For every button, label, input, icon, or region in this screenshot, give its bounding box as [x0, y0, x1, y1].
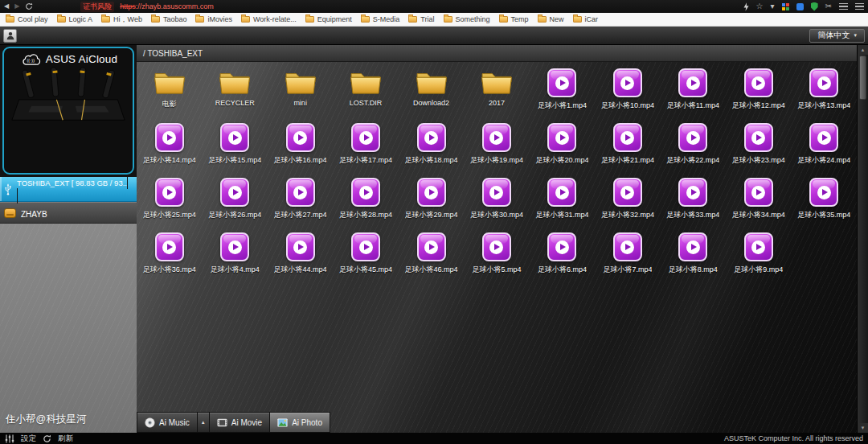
video-item[interactable]: 足球小将32.mp4: [595, 174, 660, 228]
video-item[interactable]: 足球小将6.mp4: [530, 228, 595, 283]
folder-icon: [284, 68, 317, 96]
video-item[interactable]: 足球小将34.mp4: [726, 174, 791, 228]
video-play-icon: [744, 232, 773, 261]
video-item[interactable]: 足球小将36.mp4: [137, 228, 202, 283]
video-item[interactable]: 足球小将28.mp4: [333, 174, 398, 228]
star-icon[interactable]: ☆: [756, 2, 764, 10]
folder-item[interactable]: 电影: [137, 64, 202, 119]
bookmark-item[interactable]: Hi，Web: [101, 14, 142, 25]
bookmark-item[interactable]: New: [538, 15, 564, 23]
video-item[interactable]: 足球小将1.mp4: [530, 64, 595, 119]
video-item[interactable]: 足球小将27.mp4: [268, 174, 333, 228]
main-menu-icon[interactable]: [855, 3, 864, 10]
video-item[interactable]: 足球小将16.mp4: [268, 119, 333, 174]
view-options-icon[interactable]: [5, 434, 14, 443]
file-name: 足球小将30.mp4: [470, 210, 523, 220]
file-name: mini: [293, 99, 307, 107]
video-item[interactable]: 足球小将35.mp4: [792, 174, 857, 228]
bookmark-label: Something: [456, 15, 490, 23]
video-item[interactable]: 足球小将5.mp4: [464, 228, 529, 283]
scrollbar[interactable]: ▲ ▼: [857, 45, 868, 433]
video-item[interactable]: 足球小将44.mp4: [268, 228, 333, 283]
shield-icon[interactable]: [811, 2, 818, 11]
video-item[interactable]: 足球小将4.mp4: [202, 228, 267, 283]
video-item[interactable]: 足球小将29.mp4: [399, 174, 464, 228]
caret-down-icon[interactable]: ▾: [771, 2, 775, 10]
refresh-button[interactable]: 刷新: [58, 434, 73, 444]
address-bar[interactable]: 证书风险 https://zhayb.asuscomm.com: [80, 2, 214, 12]
file-name: 电影: [162, 99, 177, 109]
device-item-toshiba-ext[interactable]: TOSHIBA_EXT [ 98.83 GB / 93..: [0, 177, 137, 202]
bookmark-item[interactable]: Logic A: [57, 15, 93, 23]
bookmark-item[interactable]: Temp: [499, 15, 529, 23]
folder-item[interactable]: 2017: [464, 64, 529, 119]
video-item[interactable]: 足球小将13.mp4: [792, 64, 857, 119]
scrollbar-thumb[interactable]: [859, 56, 866, 100]
tab-ai-movie[interactable]: Ai Movie: [209, 412, 269, 433]
collapse-tabs-button[interactable]: ▲: [197, 412, 209, 433]
bookmark-item[interactable]: iCar: [573, 15, 599, 23]
bookmark-item[interactable]: Work-relate...: [241, 15, 297, 23]
user-account-button[interactable]: [3, 29, 17, 43]
menu-icon[interactable]: [839, 3, 848, 10]
video-play-icon: [613, 68, 642, 97]
folder-item[interactable]: RECYCLER: [202, 64, 267, 119]
video-item[interactable]: 足球小将45.mp4: [333, 228, 398, 283]
file-name: 足球小将32.mp4: [601, 210, 654, 220]
file-name: 足球小将20.mp4: [535, 155, 588, 166]
video-item[interactable]: 足球小将7.mp4: [595, 228, 660, 283]
video-item[interactable]: 足球小将20.mp4: [530, 119, 595, 174]
breadcrumb[interactable]: / TOSHIBA_EXT: [137, 45, 857, 62]
tab-ai-music[interactable]: Ai Music: [137, 412, 197, 433]
bookmark-item[interactable]: Cool play: [6, 15, 48, 23]
certificate-warning-badge[interactable]: 证书风险: [80, 2, 114, 12]
video-item[interactable]: 足球小将25.mp4: [137, 174, 202, 228]
video-item[interactable]: 足球小将33.mp4: [661, 174, 726, 228]
folder-item[interactable]: LOST.DIR: [333, 64, 398, 119]
video-item[interactable]: 足球小将46.mp4: [399, 228, 464, 283]
bookmark-item[interactable]: Trial: [408, 15, 434, 23]
video-item[interactable]: 足球小将8.mp4: [661, 228, 726, 283]
bookmark-item[interactable]: Something: [444, 15, 490, 23]
scroll-down-button[interactable]: ▼: [858, 423, 868, 433]
bookmark-item[interactable]: Taobao: [151, 15, 187, 23]
back-icon[interactable]: ◀: [4, 3, 9, 10]
language-selector[interactable]: 簡体中文 ▾: [809, 29, 865, 43]
video-play-icon: [220, 232, 249, 261]
video-item[interactable]: 足球小将31.mp4: [530, 174, 595, 228]
scroll-up-button[interactable]: ▲: [858, 45, 868, 55]
video-item[interactable]: 足球小将11.mp4: [661, 64, 726, 119]
video-item[interactable]: 足球小将17.mp4: [333, 119, 398, 174]
settings-button[interactable]: 設定: [21, 434, 36, 444]
photo-icon: [277, 417, 288, 428]
video-item[interactable]: 足球小将24.mp4: [792, 119, 857, 174]
video-item[interactable]: 足球小将26.mp4: [202, 174, 267, 228]
bookmark-item[interactable]: iMovies: [195, 15, 232, 23]
video-item[interactable]: 足球小将23.mp4: [726, 119, 791, 174]
tab-ai-photo[interactable]: Ai Photo: [269, 412, 330, 433]
video-item[interactable]: 足球小将12.mp4: [726, 64, 791, 119]
video-item[interactable]: 足球小将15.mp4: [202, 119, 267, 174]
refresh-icon[interactable]: [43, 434, 51, 443]
video-item[interactable]: 足球小将22.mp4: [661, 119, 726, 174]
folder-item[interactable]: Download2: [399, 64, 464, 119]
bookmark-item[interactable]: S-Media: [361, 15, 400, 23]
scissors-icon[interactable]: ✂: [825, 2, 832, 10]
video-item[interactable]: 足球小将21.mp4: [595, 119, 660, 174]
video-item[interactable]: 足球小将9.mp4: [726, 228, 791, 283]
video-item[interactable]: 足球小将30.mp4: [464, 174, 529, 228]
device-item-zhayb[interactable]: ZHAYB: [0, 202, 137, 224]
browser-actions: ☆ ▾ ✂: [743, 2, 864, 11]
video-item[interactable]: 足球小将19.mp4: [464, 119, 529, 174]
screen: ◀ ▶ 证书风险 https://zhayb.asuscomm.com ☆ ▾ …: [0, 0, 868, 444]
folder-item[interactable]: mini: [268, 64, 333, 119]
bookmark-item[interactable]: Equipment: [305, 15, 352, 23]
video-item[interactable]: 足球小将14.mp4: [137, 119, 202, 174]
video-item[interactable]: 足球小将18.mp4: [399, 119, 464, 174]
reload-icon[interactable]: [25, 2, 33, 10]
extensions-grid-icon[interactable]: [782, 3, 789, 10]
extension-icon[interactable]: [796, 3, 804, 10]
lightning-icon[interactable]: [743, 2, 749, 11]
forward-icon[interactable]: ▶: [14, 3, 19, 10]
video-item[interactable]: 足球小将10.mp4: [595, 64, 660, 119]
